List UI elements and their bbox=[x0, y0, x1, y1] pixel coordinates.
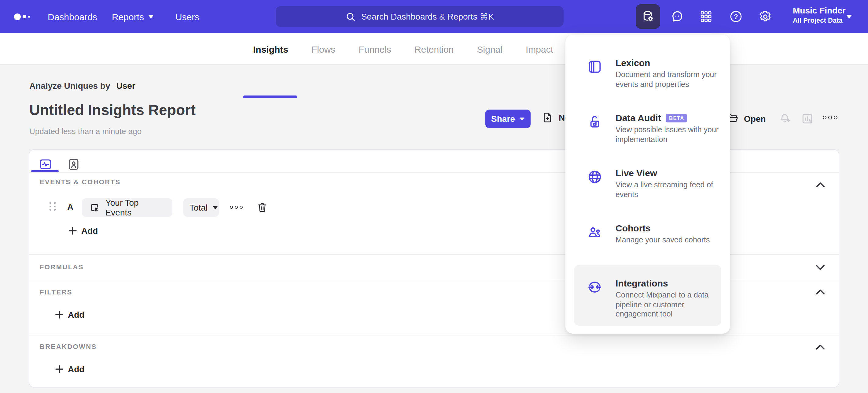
more-dot-icon bbox=[240, 206, 243, 209]
apps-grid-icon bbox=[699, 10, 713, 23]
nav-dashboards[interactable]: Dashboards bbox=[48, 0, 97, 33]
chevron-down-icon bbox=[815, 264, 825, 271]
data-management-menu: Lexicon Document and transform your even… bbox=[565, 35, 730, 334]
filters-collapse-button[interactable] bbox=[815, 289, 825, 295]
events-collapse-button[interactable] bbox=[815, 182, 825, 188]
menu-item-desc: Document and transform your events and p… bbox=[616, 71, 725, 89]
report-tabbar: Insights Flows Funnels Retention Signal … bbox=[0, 33, 868, 65]
event-more-button[interactable] bbox=[230, 206, 243, 209]
event-click-icon bbox=[89, 202, 100, 213]
more-dot-icon bbox=[823, 116, 827, 119]
more-dot-icon bbox=[828, 116, 832, 119]
profile-card-icon bbox=[66, 157, 81, 171]
mixpanel-logo-icon[interactable] bbox=[14, 0, 30, 33]
breakdowns-section-label: BREAKDOWNS bbox=[40, 343, 97, 350]
profiles-view-tab[interactable] bbox=[65, 156, 81, 172]
add-event-label: Add bbox=[81, 226, 98, 236]
report-title[interactable]: Untitled Insights Report bbox=[29, 102, 196, 119]
divider bbox=[29, 335, 839, 335]
plus-icon bbox=[55, 365, 64, 373]
plus-icon bbox=[55, 310, 64, 319]
project-caret-icon[interactable] bbox=[846, 15, 852, 18]
menu-item-title: Data Audit bbox=[616, 112, 661, 124]
data-management-button[interactable] bbox=[636, 4, 660, 29]
menu-item-title: Integrations bbox=[616, 277, 668, 289]
report-more-button[interactable] bbox=[823, 116, 837, 119]
formulas-section-label: FORMULAS bbox=[40, 263, 84, 271]
events-section-label: EVENTS & COHORTS bbox=[40, 178, 121, 186]
project-scope: All Project Data bbox=[793, 16, 846, 25]
live-view-globe-icon bbox=[587, 169, 603, 185]
menu-item-title: Cohorts bbox=[616, 222, 651, 234]
project-name: Music Finder bbox=[793, 5, 846, 16]
beta-badge: BETA bbox=[666, 114, 687, 122]
nav-users[interactable]: Users bbox=[176, 0, 199, 33]
chart-plus-icon bbox=[801, 112, 814, 125]
feedback-button[interactable] bbox=[665, 4, 689, 29]
search-icon bbox=[345, 11, 356, 22]
project-switcher[interactable]: Music Finder All Project Data bbox=[793, 5, 846, 25]
event-picker-label: Your Top Events bbox=[105, 198, 165, 217]
metric-label: Total bbox=[189, 203, 208, 213]
formulas-expand-button[interactable] bbox=[815, 264, 825, 271]
open-report-button[interactable]: Open bbox=[726, 112, 766, 125]
add-to-board-button[interactable] bbox=[801, 112, 814, 125]
app-root: Dashboards Reports Users Search Dashboar… bbox=[0, 0, 868, 393]
settings-button[interactable] bbox=[753, 4, 778, 29]
tab-funnels[interactable]: Funnels bbox=[359, 44, 391, 54]
share-caret-icon bbox=[520, 117, 525, 120]
apps-grid-button[interactable] bbox=[694, 4, 718, 29]
global-search-input[interactable]: Search Dashboards & Reports ⌘K bbox=[276, 6, 564, 27]
share-button[interactable]: Share bbox=[485, 110, 531, 128]
analysis-prefix: Analyze Uniques by bbox=[29, 81, 110, 91]
filters-section-label: FILTERS bbox=[40, 288, 72, 296]
svg-text:?: ? bbox=[734, 13, 738, 21]
menu-item-title: Live View bbox=[616, 167, 657, 179]
add-breakdown-button[interactable]: Add bbox=[55, 364, 84, 374]
integrations-sync-icon bbox=[587, 279, 603, 295]
menu-item-desc: Connect Mixpanel to a data pipeline or c… bbox=[616, 291, 725, 319]
data-audit-lock-icon bbox=[587, 114, 603, 130]
metric-dropdown[interactable]: Total bbox=[183, 198, 219, 217]
analysis-selector: Analyze Uniques by User bbox=[29, 81, 135, 91]
help-button[interactable]: ? bbox=[724, 4, 748, 29]
tab-retention[interactable]: Retention bbox=[414, 44, 454, 54]
nav-reports[interactable]: Reports bbox=[112, 0, 153, 33]
feedback-bubble-icon bbox=[670, 9, 685, 24]
tab-impact[interactable]: Impact bbox=[526, 44, 553, 54]
share-label: Share bbox=[491, 114, 515, 124]
drag-handle[interactable] bbox=[50, 202, 56, 210]
add-event-button[interactable]: Add bbox=[68, 226, 98, 236]
database-gear-icon bbox=[641, 9, 655, 24]
menu-item-desc: Manage your saved cohorts bbox=[616, 236, 725, 245]
add-filter-button[interactable]: Add bbox=[55, 310, 84, 319]
updated-timestamp: Updated less than a minute ago bbox=[29, 127, 142, 136]
series-letter: A bbox=[67, 202, 73, 212]
nav-users-label: Users bbox=[176, 11, 199, 22]
lexicon-icon bbox=[587, 59, 603, 75]
caret-down-icon bbox=[212, 206, 217, 209]
create-alert-button[interactable] bbox=[779, 112, 792, 125]
trash-icon bbox=[256, 201, 268, 214]
nav-dashboards-label: Dashboards bbox=[48, 11, 97, 22]
delete-event-button[interactable] bbox=[256, 201, 268, 214]
file-plus-icon bbox=[541, 111, 554, 124]
menu-item-desc: View possible issues with your implement… bbox=[616, 125, 725, 144]
breakdowns-collapse-button[interactable] bbox=[815, 344, 825, 350]
top-navbar: Dashboards Reports Users Search Dashboar… bbox=[0, 0, 868, 33]
event-picker-button[interactable]: Your Top Events bbox=[82, 198, 173, 217]
tab-signal[interactable]: Signal bbox=[477, 44, 502, 54]
open-report-label: Open bbox=[744, 114, 766, 123]
metrics-view-tab[interactable] bbox=[37, 156, 53, 172]
cohorts-people-icon bbox=[587, 224, 603, 240]
bell-plus-icon bbox=[779, 112, 792, 125]
add-breakdown-label: Add bbox=[68, 364, 84, 374]
tab-flows[interactable]: Flows bbox=[311, 44, 335, 54]
insights-pulse-icon bbox=[38, 157, 52, 171]
analysis-value[interactable]: User bbox=[117, 81, 135, 91]
nav-reports-label: Reports bbox=[112, 11, 144, 22]
gear-icon bbox=[758, 9, 773, 24]
more-dot-icon bbox=[235, 206, 238, 209]
more-dot-icon bbox=[230, 206, 233, 209]
tab-insights[interactable]: Insights bbox=[253, 44, 288, 54]
